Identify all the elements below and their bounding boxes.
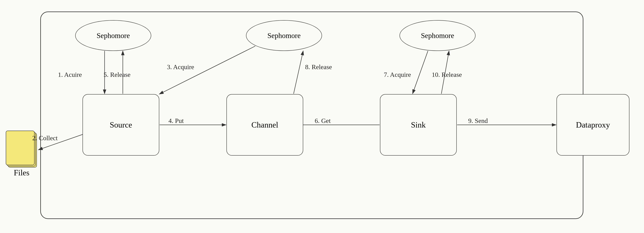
label-acquire3: 7. Acquire (384, 71, 411, 78)
files-label: Files (6, 168, 38, 177)
sophomore-1-node: Sephomore (75, 20, 151, 51)
channel-label: Channel (252, 120, 278, 129)
label-acuire: 1. Acuire (58, 71, 82, 78)
sophomore-3-label: Sephomore (421, 31, 454, 40)
source-label: Source (110, 120, 132, 129)
file-card-front (6, 131, 34, 165)
label-release3: 10. Release (432, 71, 462, 78)
dataproxy-label: Dataproxy (576, 120, 610, 129)
canvas: Sephomore Sephomore Sephomore Source Cha… (0, 0, 644, 233)
sophomore-2-node: Sephomore (246, 20, 322, 51)
sophomore-1-label: Sephomore (96, 31, 130, 40)
label-acquire2: 3. Acquire (167, 63, 194, 71)
source-node: Source (82, 94, 159, 156)
label-collect: 2. Collect (32, 134, 58, 142)
sophomore-2-label: Sephomore (267, 31, 300, 40)
label-get: 6. Get (315, 117, 331, 124)
sophomore-3-node: Sephomore (400, 20, 476, 51)
sink-node: Sink (380, 94, 457, 156)
channel-node: Channel (226, 94, 303, 156)
label-release1: 5. Release (104, 71, 130, 78)
label-put: 4. Put (168, 117, 184, 124)
sink-label: Sink (411, 120, 426, 129)
label-release2: 8. Release (305, 63, 332, 71)
dataproxy-node: Dataproxy (556, 94, 630, 156)
label-send: 9. Send (468, 117, 488, 124)
